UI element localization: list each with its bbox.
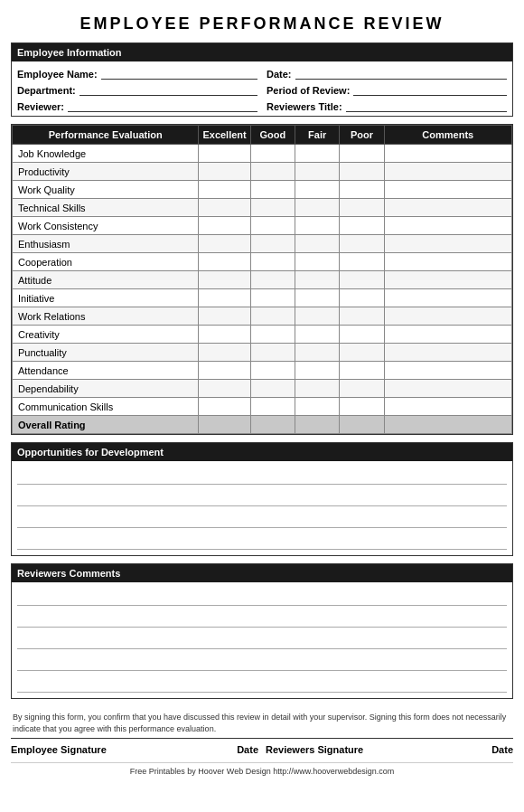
perf-cell-excellent[interactable] [199,271,250,289]
perf-comments-cell[interactable] [384,362,511,380]
perf-cell-fair[interactable] [295,145,340,163]
perf-cell-good[interactable] [250,181,295,199]
perf-cell-excellent[interactable] [199,253,250,271]
perf-cell-fair[interactable] [295,307,340,326]
employee-name-label: Employee Name: [17,69,98,80]
date-field[interactable] [295,67,507,80]
perf-cell-good[interactable] [250,380,295,398]
perf-cell-fair[interactable] [295,181,340,199]
overall-comments-cell[interactable] [384,416,511,434]
perf-cell-excellent[interactable] [199,181,250,199]
perf-comments-cell[interactable] [384,217,511,235]
perf-cell-poor[interactable] [340,289,384,307]
perf-cell-fair[interactable] [295,163,340,181]
comment-line-1[interactable] [17,586,507,606]
reviewers-title-label: Reviewers Title: [267,101,342,112]
perf-cell-good[interactable] [250,217,295,235]
perf-cell-fair[interactable] [295,271,340,289]
perf-cell-poor[interactable] [340,398,384,416]
period-field[interactable] [353,83,507,96]
perf-cell-good[interactable] [250,253,295,271]
dev-line-4[interactable] [17,530,507,550]
dev-line-3[interactable] [17,508,507,528]
perf-cell-poor[interactable] [340,344,384,362]
table-row: Work Relations [13,307,512,326]
perf-cell-good[interactable] [250,235,295,253]
perf-comments-cell[interactable] [384,380,511,398]
perf-cell-excellent[interactable] [199,307,250,326]
perf-comments-cell[interactable] [384,199,511,217]
perf-cell-good[interactable] [250,163,295,181]
overall-cell-poor[interactable] [340,416,384,434]
perf-cell-poor[interactable] [340,307,384,326]
perf-cell-poor[interactable] [340,199,384,217]
perf-comments-cell[interactable] [384,163,511,181]
perf-comments-cell[interactable] [384,253,511,271]
perf-cell-good[interactable] [250,271,295,289]
perf-cell-poor[interactable] [340,326,384,344]
perf-cell-poor[interactable] [340,253,384,271]
perf-cell-good[interactable] [250,344,295,362]
comment-line-2[interactable] [17,608,507,628]
comment-line-4[interactable] [17,651,507,671]
dev-line-2[interactable] [17,486,507,506]
perf-comments-cell[interactable] [384,307,511,326]
perf-cell-poor[interactable] [340,181,384,199]
perf-comments-cell[interactable] [384,145,511,163]
perf-cell-excellent[interactable] [199,289,250,307]
perf-cell-fair[interactable] [295,253,340,271]
comment-line-5[interactable] [17,673,507,693]
perf-cell-poor[interactable] [340,217,384,235]
perf-cell-excellent[interactable] [199,163,250,181]
perf-cell-poor[interactable] [340,380,384,398]
perf-comments-cell[interactable] [384,235,511,253]
dev-line-1[interactable] [17,465,507,485]
perf-cell-poor[interactable] [340,271,384,289]
perf-comments-cell[interactable] [384,181,511,199]
reviewer-field[interactable] [68,99,257,112]
perf-cell-fair[interactable] [295,289,340,307]
department-field[interactable] [80,83,257,96]
reviewers-title-field[interactable] [346,99,507,112]
perf-cell-fair[interactable] [295,235,340,253]
perf-cell-excellent[interactable] [199,398,250,416]
overall-cell-excellent[interactable] [199,416,250,434]
perf-comments-cell[interactable] [384,398,511,416]
comment-line-3[interactable] [17,629,507,649]
perf-cell-fair[interactable] [295,199,340,217]
perf-cell-excellent[interactable] [199,235,250,253]
perf-cell-fair[interactable] [295,217,340,235]
perf-cell-fair[interactable] [295,362,340,380]
perf-cell-fair[interactable] [295,380,340,398]
employee-name-field[interactable] [101,67,257,80]
perf-cell-good[interactable] [250,307,295,326]
perf-cell-excellent[interactable] [199,344,250,362]
perf-comments-cell[interactable] [384,289,511,307]
perf-cell-poor[interactable] [340,235,384,253]
perf-cell-excellent[interactable] [199,326,250,344]
perf-cell-poor[interactable] [340,362,384,380]
perf-cell-good[interactable] [250,289,295,307]
perf-row-label: Work Consistency [13,217,199,235]
perf-cell-fair[interactable] [295,398,340,416]
perf-cell-excellent[interactable] [199,380,250,398]
perf-cell-good[interactable] [250,326,295,344]
perf-cell-fair[interactable] [295,326,340,344]
perf-cell-excellent[interactable] [199,145,250,163]
perf-cell-good[interactable] [250,362,295,380]
perf-cell-poor[interactable] [340,163,384,181]
perf-comments-cell[interactable] [384,326,511,344]
overall-cell-fair[interactable] [295,416,340,434]
perf-row-label: Work Relations [13,307,199,326]
perf-cell-excellent[interactable] [199,217,250,235]
perf-cell-excellent[interactable] [199,199,250,217]
perf-cell-good[interactable] [250,145,295,163]
perf-cell-fair[interactable] [295,344,340,362]
perf-comments-cell[interactable] [384,271,511,289]
perf-cell-good[interactable] [250,199,295,217]
perf-cell-poor[interactable] [340,145,384,163]
perf-comments-cell[interactable] [384,344,511,362]
overall-cell-good[interactable] [250,416,295,434]
perf-cell-excellent[interactable] [199,362,250,380]
perf-cell-good[interactable] [250,398,295,416]
